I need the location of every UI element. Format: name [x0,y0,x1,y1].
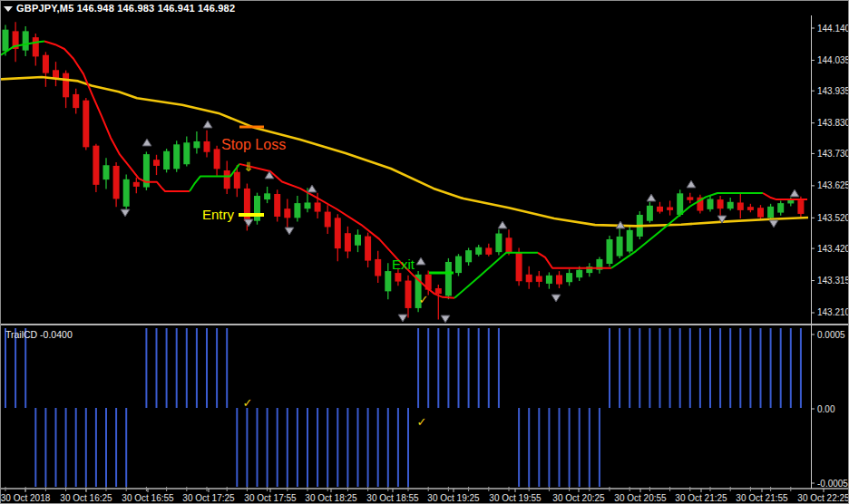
price-axis-label: 143.315 [817,276,849,286]
price-axis-label: 143.210 [817,307,849,317]
candle-body [495,234,502,253]
candle-body [445,262,452,296]
check-icon: ✓ [419,293,429,306]
candle-body [435,288,442,294]
candle-body [475,247,482,255]
time-axis-label: 30 Oct 2018 [1,493,51,503]
price-axis-label: 143.730 [817,149,849,159]
title-bar: GBPJPY,M5 146.948 146.983 146.941 146.98… [1,1,235,15]
candle-body [294,203,300,218]
time-axis-label: 30 Oct 17:55 [244,493,297,503]
time-axis-label: 30 Oct 16:55 [122,493,174,503]
candle-body [536,276,542,281]
candle-body [163,151,170,170]
time-axis-label: 30 Oct 19:55 [489,493,542,503]
candle-body [627,230,633,252]
candle-body [93,146,99,185]
candle-body [204,141,210,152]
candle-body [667,208,673,210]
candle-body [254,196,260,221]
candle-body [193,141,200,148]
candle-body [274,194,280,217]
candle-body [506,237,512,253]
candle-body [617,237,623,257]
candle-body [103,165,110,179]
candle-body [455,257,462,274]
candle-body [43,55,49,73]
candle-body [526,275,532,282]
time-axis-label: 30 Oct 16:25 [60,493,112,503]
time-axis-label: 30 Oct 18:55 [366,493,419,503]
candle-body [63,73,69,98]
time-axis-label: 30 Oct 22:25 [797,493,849,503]
double-down-arrow-icon: ⇓ [243,160,254,174]
candle-body [355,235,361,246]
candle-body [183,142,190,164]
candle-body [607,239,613,264]
candle-body [727,202,734,208]
candle-body [757,208,764,217]
time-axis-label: 30 Oct 20:55 [614,493,667,503]
candle-body [375,259,381,276]
candle-body [325,212,331,228]
candle-body [767,207,774,218]
candle-body [647,206,653,221]
candle-body [284,208,290,218]
candle-body [405,281,412,308]
time-axis-label: 30 Oct 18:25 [305,493,357,503]
candle-body [556,275,562,284]
candle-body [173,144,180,169]
price-axis-label: 143.830 [817,118,849,128]
candle-body [133,182,140,187]
entry-label: Entry [202,207,235,222]
candle-body [708,199,714,208]
candle-body [264,193,270,199]
candle-body [3,30,9,52]
indicator-axis-label: -0.0005 [817,479,848,489]
candle-body [33,37,39,56]
price-chart[interactable]: ⇓✓✓✓Stop LossEntryExit144.140144.035143.… [1,1,849,504]
candle-body [485,247,492,254]
stop-loss-label: Stop Loss [221,137,286,152]
indicator-axis-label: 0.00 [817,404,835,414]
candle-body [365,237,371,261]
candle-body [516,252,522,281]
candle-body [113,166,120,199]
candle-body [576,270,582,277]
candle-body [546,276,552,284]
candle-body [335,218,341,248]
candle-body [305,202,311,208]
candle-body [23,31,29,50]
price-axis-label: 144.140 [817,24,849,34]
candle-body [566,273,572,282]
candle-body [717,199,724,208]
candle-body [657,207,663,212]
time-axis-label: 30 Oct 20:25 [552,493,605,503]
candle-body [747,207,754,210]
check-icon: ✓ [417,415,427,429]
candle-body [385,271,391,291]
price-axis-label: 144.035 [817,55,849,65]
mt4-chart-window: ⇓✓✓✓Stop LossEntryExit144.140144.035143.… [0,0,849,504]
candle-body [737,202,744,209]
candle-body [153,160,160,166]
candle-body [234,172,240,189]
candle-body [73,94,79,108]
candle-body [797,200,804,214]
candle-body [315,202,321,211]
exit-label: Exit [392,257,415,272]
price-axis-label: 143.935 [817,86,849,96]
candle-body [224,170,230,189]
candle-body [83,101,89,148]
indicator-name-label: TrailCD -0.0400 [5,329,73,340]
price-axis-label: 143.420 [817,244,849,254]
candle-body [345,233,351,251]
candle-body [395,273,401,281]
candle-body [214,149,220,169]
candle-body [465,250,472,262]
candle-body [677,193,683,215]
symbol-ohlc-title: GBPJPY,M5 146.948 146.983 146.941 146.98… [16,3,235,14]
candle-body [123,179,130,207]
symbol-dropdown-icon[interactable] [4,6,13,12]
time-axis-label: 30 Oct 21:55 [736,493,788,503]
